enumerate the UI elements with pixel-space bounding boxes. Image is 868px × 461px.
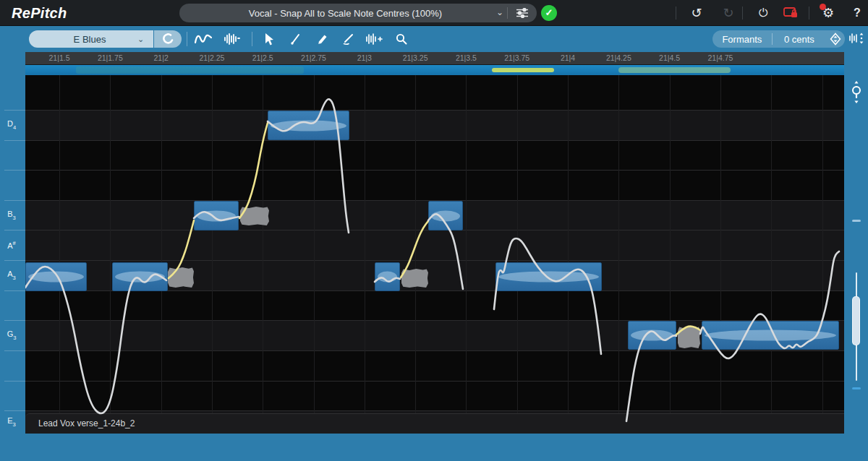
license-lock-button[interactable] [781,4,800,22]
chevron-down-icon: ⌄ [137,35,153,44]
right-panel [844,75,868,434]
pitch-curve-view-button[interactable] [194,30,213,48]
ruler-tick-label: 21|1.5 [48,53,69,62]
scale-dropdown-label: E Blues [29,34,137,45]
pitch-label-d4: D4 [0,119,23,130]
ruler-tick-label: 21|3.75 [504,53,529,62]
pitch-wave-icon [195,33,212,46]
waveform-icon [224,33,241,46]
divider [742,7,743,20]
ruler-tick-label: 21|4.5 [659,53,680,62]
pen-tool-button[interactable] [286,30,305,48]
pitch-curve-segment[interactable] [626,332,676,421]
waveform-view-button[interactable] [223,30,242,48]
timeline-ruler[interactable]: 21|1.521|1.7521|221|2.2521|2.521|2.7521|… [25,52,844,65]
pitch-curve-segment[interactable] [194,212,239,220]
ruler-tick-label: 21|2 [153,53,168,62]
app-logo: RePitch [12,0,67,26]
ruler-tick-label: 21|3.5 [456,53,477,62]
formants-button[interactable]: Formants [712,34,772,45]
warp-tool-button[interactable] [365,30,383,48]
overview-note-segment [618,67,731,73]
pitch-curve-segment[interactable] [268,99,349,233]
pointer-icon [263,33,275,46]
bottom-bar [0,434,868,461]
lane-divider [4,230,25,231]
scale-dropdown[interactable]: E Blues ⌄ [29,30,153,48]
undo-button[interactable]: ↺ [687,4,706,22]
divider [252,32,252,46]
ruler-tick-label: 21|2.5 [252,53,273,62]
power-button[interactable]: ⏻ [754,4,773,22]
lane-divider [4,110,25,111]
cents-value[interactable]: 0 cents [773,34,826,45]
pitch-curve-segment[interactable] [700,251,839,358]
scale-control: E Blues ⌄ [29,30,182,48]
ruler-tick-label: 21|3 [357,53,372,62]
snap-guide-button[interactable] [154,30,182,48]
transition-curve-segment[interactable] [239,123,268,218]
ruler-tick-label: 21|2.25 [199,53,224,62]
lane-divider [4,410,25,411]
lane-divider [4,260,25,261]
pitch-curves-layer[interactable] [25,75,844,434]
ruler-tick-label: 21|4.75 [707,53,733,62]
pitch-curve-segment[interactable] [494,238,601,354]
monitor-lock-icon [783,7,799,20]
lane-divider [4,320,25,321]
top-bar: RePitch Vocal - Snap All to Scale Note C… [0,0,868,26]
preset-dropdown-label: Vocal - Snap All to Scale Note Centres (… [179,8,493,19]
pitch-editor-grid[interactable]: Lead Vox verse_1-24b_2 [25,75,844,434]
pitch-curve-segment[interactable] [375,277,400,282]
scroll-marker [852,220,861,222]
lane-divider [4,350,25,351]
vertical-zoom-button[interactable] [847,79,866,105]
line-icon [342,33,355,46]
preset-settings-button[interactable] [508,4,537,22]
scroll-marker [852,387,861,389]
pitch-curve-segment[interactable] [25,267,166,413]
ruler-tick-label: 21|4 [561,53,575,62]
lane-divider [4,200,25,201]
line-tool-button[interactable] [339,30,358,48]
overview-note-segment [76,66,304,74]
pitch-label-gutter: D4B3A#A3G3E3 [0,75,25,434]
zoom-tool-button[interactable] [392,30,411,48]
divider [809,7,809,20]
formant-zoom-button[interactable] [848,30,867,47]
preset-dropdown[interactable]: Vocal - Snap All to Scale Note Centres (… [179,4,537,22]
ruler-tick-label: 21|3.25 [403,53,428,62]
redo-button[interactable]: ↻ [719,4,738,22]
pencil-icon [316,33,329,46]
pencil-tool-button[interactable] [313,30,332,48]
lane-divider [4,140,25,141]
pen-icon [289,33,302,46]
edit-toolbar: E Blues ⌄ [0,27,868,52]
divider [187,32,187,46]
transition-curve-segment[interactable] [401,221,428,277]
swoosh-icon [162,33,174,45]
status-check-icon: ✓ [541,5,557,21]
transition-curve-segment[interactable] [169,220,194,278]
magnifier-icon [395,33,408,46]
diamond-stepper-icon [830,33,841,46]
overview-note-segment [492,68,554,72]
repitch-plugin-window: RePitch Vocal - Snap All to Scale Note C… [0,0,868,461]
chevron-down-icon: ⌄ [493,7,507,17]
ruler-tick-label: 21|2.75 [301,53,326,62]
transition-curve-segment[interactable] [676,327,700,335]
pitch-label-b3: B3 [0,210,23,220]
lane-divider [4,170,25,171]
pitch-curve-segment[interactable] [428,214,463,289]
pitch-label-a#3: A# [0,240,23,250]
help-button[interactable]: ? [848,4,867,22]
magnifier-vzoom-icon [850,80,863,105]
settings-button[interactable]: ⚙ [819,4,838,22]
cents-stepper[interactable] [826,33,845,46]
pitch-label-a3: A3 [0,270,23,280]
timeline-scrollbar[interactable] [25,65,844,75]
sliders-icon [516,8,529,18]
pointer-tool-button[interactable] [260,30,278,48]
vertical-scrollbar-thumb[interactable] [852,296,860,345]
pitch-label-g3: G3 [0,329,23,340]
